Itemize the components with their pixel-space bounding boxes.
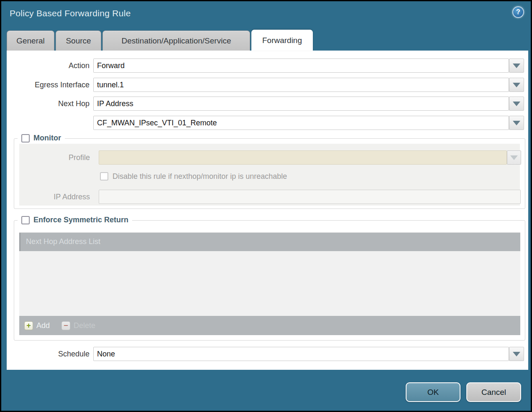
- tab-source[interactable]: Source: [56, 31, 101, 51]
- minus-icon: −: [61, 321, 70, 330]
- monitor-legend-label: Monitor: [33, 134, 61, 142]
- action-input[interactable]: [93, 58, 509, 73]
- chevron-down-icon: [513, 102, 520, 106]
- ok-button[interactable]: OK: [406, 382, 460, 402]
- action-dropdown-button[interactable]: [509, 58, 524, 73]
- monitor-checkbox[interactable]: [21, 134, 30, 142]
- help-glyph: ?: [516, 8, 520, 16]
- add-button[interactable]: + Add: [24, 321, 50, 330]
- next-hop-address-input[interactable]: [93, 116, 509, 130]
- tab-destination-application-service[interactable]: Destination/Application/Service: [102, 31, 250, 51]
- monitor-ip-address-label: IP Address: [19, 190, 90, 204]
- enforce-symmetric-return-legend: Enforce Symmetric Return: [18, 216, 132, 224]
- enforce-symmetric-return-checkbox[interactable]: [21, 216, 30, 224]
- tab-general-label: General: [16, 36, 45, 46]
- tab-general[interactable]: General: [7, 31, 54, 51]
- tab-source-label: Source: [66, 36, 91, 46]
- profile-label: Profile: [19, 150, 90, 165]
- next-hop-address-list-footer: + Add − Delete: [19, 316, 520, 335]
- chevron-down-icon: [513, 352, 520, 356]
- egress-interface-input[interactable]: [93, 78, 509, 92]
- chevron-down-icon: [513, 83, 520, 87]
- action-label: Action: [7, 58, 90, 73]
- chevron-down-icon: [513, 121, 520, 125]
- title-bar: Policy Based Forwarding Rule ?: [1, 1, 531, 29]
- egress-interface-row: Egress Interface: [7, 78, 528, 92]
- egress-interface-label: Egress Interface: [7, 78, 90, 92]
- next-hop-address-dropdown-button[interactable]: [509, 116, 524, 130]
- next-hop-address-list-header-label: Next Hop Address List: [26, 237, 100, 246]
- tab-forwarding[interactable]: Forwarding: [251, 30, 313, 51]
- next-hop-row: Next Hop: [7, 97, 528, 111]
- monitor-section: Monitor Profile Disable this rule if nex…: [14, 138, 525, 209]
- action-row: Action: [7, 58, 528, 73]
- enforce-symmetric-return-label: Enforce Symmetric Return: [33, 216, 128, 224]
- cancel-button[interactable]: Cancel: [466, 382, 521, 402]
- tab-bar: General Source Destination/Application/S…: [7, 30, 313, 51]
- monitor-profile-input: [99, 150, 507, 165]
- tab-forwarding-label: Forwarding: [262, 36, 302, 45]
- ok-button-label: OK: [427, 388, 439, 397]
- disable-rule-checkbox: [100, 172, 108, 181]
- plus-icon: +: [24, 321, 33, 330]
- next-hop-type-dropdown-button[interactable]: [509, 97, 524, 111]
- monitor-profile-dropdown-button: [507, 150, 521, 165]
- delete-button: − Delete: [61, 321, 95, 330]
- enforce-symmetric-return-section: Enforce Symmetric Return Next Hop Addres…: [14, 220, 525, 341]
- monitor-ip-address-input: [99, 190, 521, 204]
- disable-rule-row: Disable this rule if nexthop/monitor ip …: [100, 171, 287, 182]
- dialog: Policy Based Forwarding Rule ? General S…: [1, 1, 531, 411]
- next-hop-type-input[interactable]: [93, 97, 509, 111]
- schedule-dropdown-button[interactable]: [509, 347, 524, 361]
- schedule-row: Schedule: [7, 347, 528, 361]
- cancel-button-label: Cancel: [481, 388, 506, 397]
- next-hop-address-list-table: Next Hop Address List + Add − Delete: [19, 232, 520, 335]
- add-button-label: Add: [36, 321, 50, 330]
- next-hop-label: Next Hop: [7, 97, 90, 111]
- forwarding-tab-panel: Action Egress Interface Next Hop: [7, 51, 528, 370]
- schedule-input[interactable]: [93, 347, 509, 361]
- tab-destination-label: Destination/Application/Service: [122, 36, 231, 46]
- monitor-disabled-panel: Profile Disable this rule if nexthop/mon…: [19, 144, 520, 206]
- page-title: Policy Based Forwarding Rule: [10, 8, 131, 18]
- egress-interface-dropdown-button[interactable]: [509, 78, 524, 92]
- chevron-down-icon: [510, 155, 518, 160]
- next-hop-address-list-header: Next Hop Address List: [19, 233, 520, 251]
- help-icon[interactable]: ?: [512, 6, 524, 18]
- schedule-label: Schedule: [7, 347, 90, 361]
- chevron-down-icon: [513, 64, 520, 68]
- next-hop-address-list-body: [19, 251, 520, 316]
- delete-button-label: Delete: [74, 321, 95, 330]
- disable-rule-label: Disable this rule if nexthop/monitor ip …: [113, 172, 287, 181]
- monitor-legend: Monitor: [18, 134, 65, 142]
- next-hop-address-row: [7, 116, 528, 130]
